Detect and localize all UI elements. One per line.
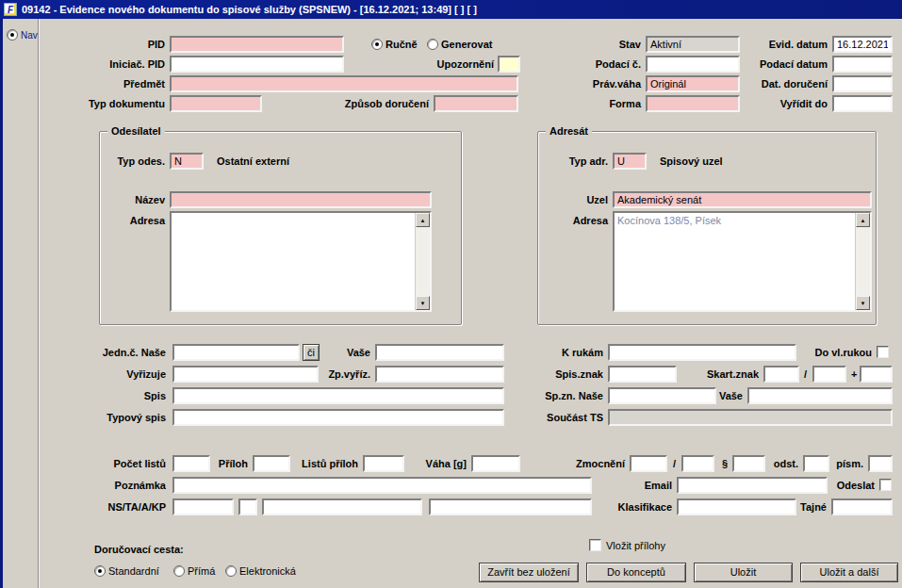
skart-rok-input[interactable] xyxy=(860,366,893,383)
zavrit-bez-ulozeni-button[interactable]: Zavřít bez uložení xyxy=(479,563,579,582)
forma-input[interactable] xyxy=(646,95,740,112)
scroll-up-icon[interactable]: ▲ xyxy=(856,213,870,227)
podaci-datum-input[interactable] xyxy=(832,56,893,73)
typ-adr-label: Typ adr. xyxy=(569,155,608,168)
odesilatel-legend: Odesílatel xyxy=(107,125,165,137)
pism-input[interactable] xyxy=(868,455,893,472)
typ-odes-input[interactable] xyxy=(170,153,204,170)
ns-input[interactable] xyxy=(172,498,234,515)
scroll-down-icon[interactable]: ▼ xyxy=(416,296,430,310)
kp-input[interactable] xyxy=(429,498,592,515)
jedn-c-nase-input[interactable] xyxy=(172,344,300,361)
vyrizuje-label: Vyřizuje xyxy=(126,368,166,381)
ci-button[interactable]: či xyxy=(303,344,320,361)
elektronicka-radio-label: Elektronická xyxy=(239,565,296,578)
zmocneni-2-input[interactable] xyxy=(681,455,714,472)
klasifikace-input[interactable] xyxy=(677,498,796,515)
soucast-ts-input[interactable] xyxy=(608,409,893,426)
vlozit-prilohy-checkbox[interactable] xyxy=(589,539,601,551)
do-konceptu-button[interactable]: Do konceptů xyxy=(586,563,686,582)
standardni-radio-label: Standardní xyxy=(108,565,159,578)
pid-input[interactable] xyxy=(170,36,344,53)
adresat-adresa-scrollbar[interactable]: ▲ ▼ xyxy=(855,213,870,310)
prima-radio-label: Přímá xyxy=(188,565,215,578)
zmocneni-input[interactable] xyxy=(630,455,667,472)
listu-priloh-label: Listů příloh xyxy=(302,458,358,470)
elektronicka-radio[interactable] xyxy=(225,565,237,577)
ta-input[interactable] xyxy=(238,498,257,515)
typ-dokumentu-input[interactable] xyxy=(170,95,262,112)
odst-input[interactable] xyxy=(803,455,829,472)
window-title: 09142 - Evidence nového dokumentu do spi… xyxy=(22,4,477,15)
a-input[interactable] xyxy=(262,498,422,515)
nazev-input[interactable] xyxy=(170,191,432,208)
vyridit-do-label: Vyřídit do xyxy=(780,98,828,110)
dat-doruceni-input[interactable] xyxy=(832,75,893,92)
ulozit-a-dalsi-button[interactable]: Uložit a další xyxy=(800,563,898,582)
predmet-label: Předmět xyxy=(123,78,165,90)
priloh-input[interactable] xyxy=(253,455,290,472)
zmocneni-3-input[interactable] xyxy=(732,455,765,472)
nav-label: Nav xyxy=(21,30,38,41)
vyridit-do-input[interactable] xyxy=(832,95,893,112)
scroll-down-icon[interactable]: ▼ xyxy=(856,296,870,310)
dorucovaci-cesta-label: Doručovací cesta: xyxy=(94,544,184,556)
spis-label: Spis xyxy=(144,390,166,402)
odesilatel-adresa-textarea[interactable]: ▲ ▼ xyxy=(170,211,432,312)
uzel-input[interactable] xyxy=(613,191,872,208)
prav-vaha-label: Práv.váha xyxy=(593,78,641,90)
typovy-spis-label: Typový spis xyxy=(107,412,166,424)
pocet-listu-input[interactable] xyxy=(172,455,210,472)
nav-radio[interactable] xyxy=(7,29,18,41)
ulozit-button[interactable]: Uložit xyxy=(694,563,793,582)
upozorneni-label: Upozornění xyxy=(437,58,495,71)
generovat-radio[interactable] xyxy=(427,39,438,50)
zpusob-doruceni-input[interactable] xyxy=(434,95,518,112)
do-vl-rukou-checkbox[interactable] xyxy=(877,346,889,358)
adresat-adresa-text: Kocínova 138/5, Písek xyxy=(617,215,852,227)
sp-zn-nase-label: Sp.zn. Naše xyxy=(545,390,603,402)
app-icon: F xyxy=(4,3,17,16)
prima-radio[interactable] xyxy=(173,565,185,577)
skart-znak-input[interactable] xyxy=(763,366,799,383)
podaci-c-input[interactable] xyxy=(646,56,740,73)
stav-input[interactable] xyxy=(646,36,740,53)
iniciac-pid-label: Iniciač. PID xyxy=(109,58,165,71)
spis-znak-input[interactable] xyxy=(608,366,677,383)
standardni-radio[interactable] xyxy=(94,565,106,577)
sp-zn-vase-label: Vaše xyxy=(719,390,743,402)
typ-odes-description: Ostatní externí xyxy=(217,155,289,168)
vyrizuje-input[interactable] xyxy=(172,366,319,383)
prav-vaha-input[interactable] xyxy=(646,75,740,92)
vaha-g-input[interactable] xyxy=(471,455,520,472)
email-input[interactable] xyxy=(677,477,828,494)
upozorneni-input[interactable] xyxy=(498,56,520,73)
forma-label: Forma xyxy=(609,98,641,110)
priloh-label: Příloh xyxy=(219,458,248,470)
predmet-input[interactable] xyxy=(170,75,518,92)
rucne-radio[interactable] xyxy=(371,39,383,50)
skart-lhuta-input[interactable] xyxy=(812,366,846,383)
typ-adr-input[interactable] xyxy=(613,153,647,170)
zp-vyriz-input[interactable] xyxy=(375,366,504,383)
klasifikace-label: Klasifikace xyxy=(618,501,672,514)
vase-jc-input[interactable] xyxy=(375,344,504,361)
spis-input[interactable] xyxy=(172,387,504,404)
skart-slash-label: / xyxy=(804,368,807,381)
scroll-up-icon[interactable]: ▲ xyxy=(416,213,430,227)
typovy-spis-input[interactable] xyxy=(172,409,504,426)
poznamka-input[interactable] xyxy=(172,477,592,494)
soucast-ts-label: Součást TS xyxy=(547,412,603,424)
tajne-input[interactable] xyxy=(831,498,893,515)
evid-datum-input[interactable] xyxy=(832,36,893,53)
iniciac-pid-input[interactable] xyxy=(170,56,344,73)
odeslat-checkbox[interactable] xyxy=(879,479,892,491)
typ-odes-label: Typ odes. xyxy=(117,155,165,168)
sp-zn-nase-input[interactable] xyxy=(608,387,716,404)
adresat-adresa-textarea[interactable]: Kocínova 138/5, Písek ▲ ▼ xyxy=(613,211,872,312)
listu-priloh-input[interactable] xyxy=(363,455,404,472)
sp-zn-vase-input[interactable] xyxy=(747,387,893,404)
k-rukam-input[interactable] xyxy=(608,344,796,361)
odesilatel-adresa-scrollbar[interactable]: ▲ ▼ xyxy=(415,213,430,310)
adresat-legend: Adresát xyxy=(546,125,592,137)
